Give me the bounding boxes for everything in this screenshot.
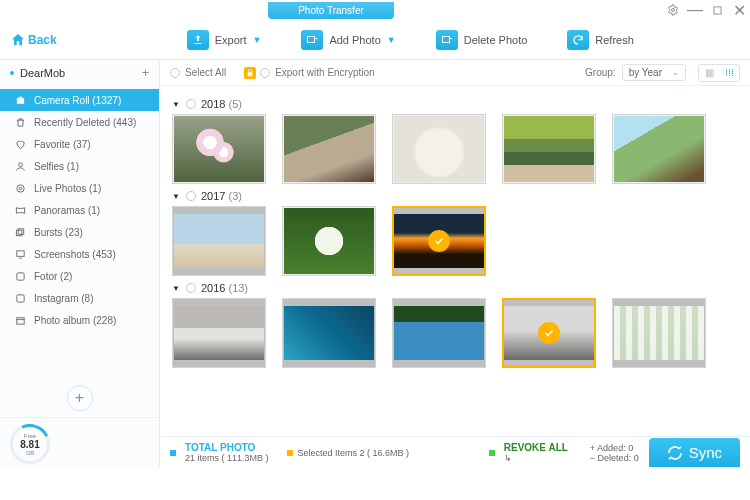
- sidebar-item-label: Bursts (23): [34, 227, 83, 238]
- delete-photo-button[interactable]: Delete Photo: [436, 30, 528, 50]
- svg-rect-13: [16, 317, 23, 323]
- group-year: 2018: [201, 98, 225, 110]
- sidebar-item-label: Selfies (1): [34, 161, 79, 172]
- disclosure-triangle-icon: ▼: [172, 192, 180, 201]
- photo-thumbnail[interactable]: [502, 298, 596, 368]
- camera-icon: [14, 94, 26, 106]
- group-dropdown[interactable]: by Year ⌄: [622, 64, 686, 81]
- lock-icon: [244, 67, 256, 79]
- selected-check-icon: [428, 230, 450, 252]
- group-checkbox[interactable]: [186, 191, 196, 201]
- group-header[interactable]: ▼2017 (3): [172, 190, 738, 202]
- photo-thumbnail[interactable]: [392, 298, 486, 368]
- close-icon[interactable]: ✕: [731, 2, 747, 18]
- select-all-label: Select All: [185, 67, 226, 78]
- photo-thumbnail[interactable]: [282, 206, 376, 276]
- svg-point-0: [672, 9, 675, 12]
- add-photo-button[interactable]: Add Photo ▼: [301, 30, 395, 50]
- sidebar-item-label: Panoramas (1): [34, 205, 100, 216]
- group-header[interactable]: ▼2018 (5): [172, 98, 738, 110]
- sidebar-item-label: Favorite (37): [34, 139, 91, 150]
- photo-thumbnail[interactable]: [392, 206, 486, 276]
- photo-thumbnail[interactable]: [502, 114, 596, 184]
- total-photo-detail: 21 items ( 111.3MB ): [185, 453, 269, 463]
- trash-icon: [14, 116, 26, 128]
- view-small-icon[interactable]: ⁞⁞⁞: [719, 65, 739, 81]
- photo-thumbnail[interactable]: [282, 298, 376, 368]
- screenshot-icon: [14, 248, 26, 260]
- back-button[interactable]: Back: [10, 32, 57, 48]
- sidebar-item[interactable]: Fotor (2): [0, 265, 159, 287]
- chevron-down-icon: ▼: [387, 35, 396, 45]
- svg-rect-9: [18, 228, 23, 234]
- group-count: (5): [228, 98, 241, 110]
- sidebar-item-label: Fotor (2): [34, 271, 72, 282]
- sidebar-item[interactable]: Recently Deleted (443): [0, 111, 159, 133]
- refresh-button[interactable]: Refresh: [567, 30, 634, 50]
- photo-thumbnail[interactable]: [282, 114, 376, 184]
- main-panel: Select All Export with Encryption Group:…: [160, 60, 750, 468]
- minimize-icon[interactable]: —: [687, 2, 703, 18]
- add-icon[interactable]: +: [142, 66, 149, 80]
- encrypt-label: Export with Encryption: [275, 67, 375, 78]
- group-checkbox[interactable]: [186, 283, 196, 293]
- maximize-icon[interactable]: [709, 2, 725, 18]
- burst-icon: [14, 226, 26, 238]
- sidebar-item[interactable]: Selfies (1): [0, 155, 159, 177]
- sidebar-item[interactable]: Instagram (8): [0, 287, 159, 309]
- photo-thumbnail[interactable]: [612, 114, 706, 184]
- select-all-checkbox[interactable]: [170, 68, 180, 78]
- svg-point-4: [19, 99, 22, 102]
- revoke-all-button[interactable]: REVOKE ALL: [504, 442, 568, 453]
- view-toggle[interactable]: ▦ ⁞⁞⁞: [698, 64, 740, 82]
- photo-thumbnail[interactable]: [172, 298, 266, 368]
- group-count: (3): [228, 190, 241, 202]
- svg-rect-11: [16, 272, 23, 279]
- sidebar-item-label: Camera Roll (1327): [34, 95, 121, 106]
- disclosure-triangle-icon: ▼: [172, 100, 180, 109]
- sidebar-item-label: Live Photos (1): [34, 183, 101, 194]
- sidebar-item[interactable]: Camera Roll (1327): [0, 89, 159, 111]
- sidebar-item-label: Instagram (8): [34, 293, 93, 304]
- group-checkbox[interactable]: [186, 99, 196, 109]
- status-bar: TOTAL PHOTO 21 items ( 111.3MB ) Selecte…: [160, 436, 750, 468]
- filter-bar: Select All Export with Encryption Group:…: [160, 60, 750, 86]
- selected-check-icon: [538, 322, 560, 344]
- sidebar-item[interactable]: Screenshots (453): [0, 243, 159, 265]
- album-icon: [14, 314, 26, 326]
- encrypt-checkbox[interactable]: [260, 68, 270, 78]
- app-icon: [14, 292, 26, 304]
- settings-icon[interactable]: [665, 2, 681, 18]
- app-icon: [14, 270, 26, 282]
- photo-thumbnail[interactable]: [612, 298, 706, 368]
- export-icon: [187, 30, 209, 50]
- sidebar-item-label: Screenshots (453): [34, 249, 116, 260]
- storage-meter: Free 8.81 GB: [0, 417, 159, 468]
- sync-button[interactable]: Sync: [649, 438, 740, 467]
- sidebar-item[interactable]: Bursts (23): [0, 221, 159, 243]
- live-icon: [14, 182, 26, 194]
- svg-rect-1: [713, 6, 720, 13]
- add-album-button[interactable]: +: [0, 379, 159, 417]
- chevron-down-icon: ▼: [252, 35, 261, 45]
- refresh-icon: [567, 30, 589, 50]
- sidebar-item[interactable]: Live Photos (1): [0, 177, 159, 199]
- sidebar-item[interactable]: Photo album (228): [0, 309, 159, 331]
- svg-rect-8: [16, 230, 22, 236]
- svg-point-5: [18, 162, 22, 166]
- group-count: (13): [228, 282, 248, 294]
- titlebar: Photo Transfer — ✕: [0, 0, 750, 20]
- svg-rect-3: [442, 36, 449, 42]
- photo-thumbnail[interactable]: [172, 206, 266, 276]
- sync-icon: [667, 445, 683, 461]
- sidebar-item[interactable]: Panoramas (1): [0, 199, 159, 221]
- sidebar-item[interactable]: Favorite (37): [0, 133, 159, 155]
- export-button[interactable]: Export ▼: [187, 30, 262, 50]
- svg-point-7: [16, 184, 23, 191]
- photo-thumbnail[interactable]: [392, 114, 486, 184]
- view-large-icon[interactable]: ▦: [699, 65, 719, 81]
- group-year: 2017: [201, 190, 225, 202]
- photo-thumbnail[interactable]: [172, 114, 266, 184]
- back-label: Back: [28, 33, 57, 47]
- group-header[interactable]: ▼2016 (13): [172, 282, 738, 294]
